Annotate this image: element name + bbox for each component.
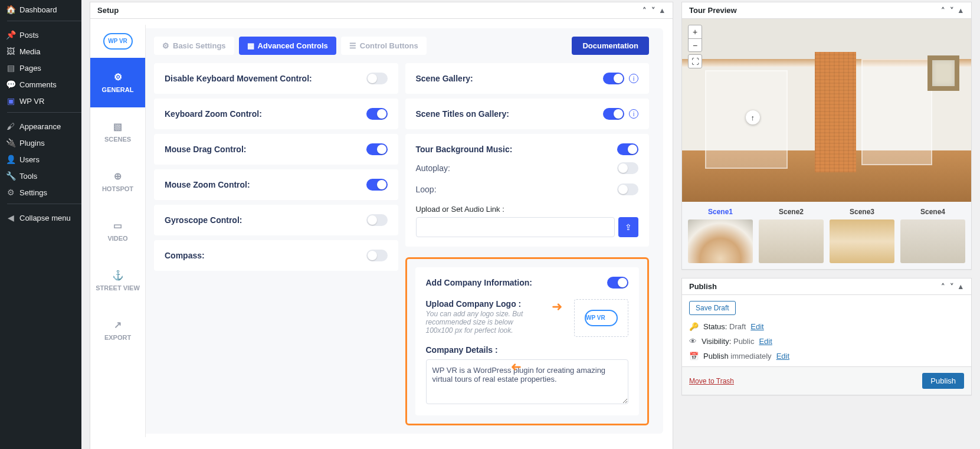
panel-down-icon[interactable]: ˅: [650, 6, 657, 15]
scene-thumb-1[interactable]: Scene1: [688, 208, 753, 263]
gear-icon: ⚙: [162, 41, 169, 50]
compass-label: Compass:: [165, 251, 205, 260]
sidebar-item-posts[interactable]: 📌Posts: [0, 27, 81, 43]
toggle-mouse-drag[interactable]: [366, 143, 388, 155]
tab-basic-settings[interactable]: ⚙Basic Settings: [154, 37, 234, 55]
info-icon[interactable]: i: [629, 109, 638, 119]
wp-admin-sidebar: 🏠Dashboard 📌Posts 🖼Media ▤Pages 💬Comment…: [0, 0, 81, 449]
toggle-scene-titles[interactable]: [603, 108, 624, 120]
video-icon: ▭: [113, 221, 123, 230]
vtab-scenes[interactable]: ▧SCENES: [90, 107, 145, 157]
mouse-zoom-label: Mouse Zoom Control:: [165, 180, 250, 189]
anchor-icon: ⚓: [113, 270, 123, 280]
vtab-general[interactable]: ⚙GENERAL: [90, 58, 145, 107]
sidebar-item-users[interactable]: 👤Users: [0, 151, 81, 168]
tour-preview-panel: Tour Preview ˄˅▴ + − ⛶ ↑ Scene1 Scene2 S…: [681, 2, 972, 270]
wpvr-logo: WP VR: [90, 25, 145, 58]
list-icon: ☰: [349, 41, 356, 50]
documentation-button[interactable]: Documentation: [572, 37, 649, 55]
toggle-compass[interactable]: [366, 250, 388, 261]
upload-audio-button[interactable]: ⇪: [618, 217, 638, 237]
scene-thumb-4[interactable]: Scene4: [900, 208, 965, 263]
edit-schedule-link[interactable]: Edit: [776, 352, 789, 360]
preview-zoom-controls: + −: [688, 25, 702, 52]
sidebar-item-wpvr[interactable]: ▣WP VR: [0, 93, 81, 109]
panel-up-icon[interactable]: ˄: [641, 6, 648, 15]
sidebar-item-dashboard[interactable]: 🏠Dashboard: [0, 1, 81, 18]
sidebar-item-plugins[interactable]: 🔌Plugins: [0, 135, 81, 151]
move-to-trash-link[interactable]: Move to Trash: [689, 377, 734, 385]
tab-advanced-controls[interactable]: ▦Advanced Controls: [239, 37, 336, 55]
vtab-streetview[interactable]: ⚓STREET VIEW: [90, 256, 145, 306]
pin-icon: 📌: [6, 30, 15, 40]
sidebar-item-appearance[interactable]: 🖌Appearance: [0, 118, 81, 135]
sidebar-item-tools[interactable]: 🔧Tools: [0, 168, 81, 184]
save-draft-button[interactable]: Save Draft: [689, 301, 736, 315]
zoom-in-button[interactable]: +: [689, 25, 702, 38]
nav-hotspot[interactable]: ↑: [746, 110, 760, 124]
panel-down-icon[interactable]: ˅: [949, 6, 955, 15]
toggle-scene-gallery[interactable]: [603, 73, 624, 84]
tools-icon: 🔧: [6, 171, 15, 181]
wall-art: [927, 55, 959, 91]
sidebar-item-collapse[interactable]: ◀Collapse menu: [0, 209, 81, 226]
scene-gallery-label: Scene Gallery:: [416, 74, 473, 83]
logo-dropzone[interactable]: WP VR: [574, 299, 628, 337]
edit-visibility-link[interactable]: Edit: [759, 337, 772, 346]
toggle-disable-kb[interactable]: [366, 73, 388, 84]
publish-title: Publish: [689, 282, 717, 291]
company-details-label: Company Details :: [426, 345, 498, 355]
sidebar-item-settings[interactable]: ⚙Settings: [0, 184, 81, 201]
toggle-kb-zoom[interactable]: [366, 108, 388, 120]
sidebar-item-media[interactable]: 🖼Media: [0, 43, 81, 60]
disable-kb-label: Disable Keyboard Movement Control:: [165, 74, 312, 83]
tab-control-buttons[interactable]: ☰Control Buttons: [341, 37, 427, 55]
plugins-icon: 🔌: [6, 138, 15, 148]
toggle-loop[interactable]: [617, 183, 638, 195]
scene-thumb-3[interactable]: Scene3: [830, 208, 894, 263]
toggle-mouse-zoom[interactable]: [366, 179, 388, 191]
panel-up-icon[interactable]: ˄: [940, 282, 946, 291]
tour-preview-title: Tour Preview: [689, 6, 737, 15]
arrow-left-icon: ➜: [511, 359, 522, 375]
publish-button[interactable]: Publish: [922, 373, 964, 389]
panel-toggle-icon[interactable]: ▴: [659, 6, 666, 15]
vtab-export[interactable]: ↗EXPORT: [90, 306, 145, 355]
audio-link-input[interactable]: [416, 217, 615, 237]
panel-up-icon[interactable]: ˄: [940, 6, 946, 15]
sidebar-item-comments[interactable]: 💬Comments: [0, 76, 81, 93]
panel-down-icon[interactable]: ˅: [949, 282, 955, 291]
sidebar-item-pages[interactable]: ▤Pages: [0, 60, 81, 76]
brick-pillar: [815, 52, 856, 173]
mouse-drag-label: Mouse Drag Control:: [165, 145, 246, 154]
publish-panel: Publish ˄˅▴ Save Draft 🔑Status: Draft Ed…: [681, 278, 972, 395]
comments-icon: 💬: [6, 80, 15, 89]
toggle-autoplay[interactable]: [617, 162, 638, 174]
users-icon: 👤: [6, 155, 15, 164]
bg-music-label: Tour Background Music:: [416, 145, 513, 154]
edit-status-link[interactable]: Edit: [750, 322, 763, 331]
export-icon: ↗: [113, 320, 123, 329]
preview-viewport[interactable]: + − ⛶ ↑: [682, 19, 971, 202]
panel-toggle-icon[interactable]: ▴: [958, 6, 964, 15]
vtab-video[interactable]: ▭VIDEO: [90, 207, 145, 256]
toggle-bg-music[interactable]: [617, 143, 638, 155]
hotspot-icon: ⊕: [113, 171, 123, 181]
dashboard-icon: 🏠: [6, 5, 15, 14]
zoom-out-button[interactable]: −: [689, 38, 702, 51]
toggle-add-company[interactable]: [607, 277, 628, 289]
grid-icon: ▦: [247, 41, 254, 50]
fullscreen-button[interactable]: ⛶: [688, 54, 702, 68]
room-door-right: [861, 59, 932, 165]
key-icon: 🔑: [689, 322, 699, 331]
setup-panel: Setup ˄ ˅ ▴ WP VR ⚙GENERAL ▧SCENES ⊕HOTS…: [90, 2, 673, 449]
settings-icon: ⚙: [6, 188, 15, 197]
toggle-gyro[interactable]: [366, 214, 388, 226]
panel-toggle-icon[interactable]: ▴: [958, 282, 964, 291]
media-icon: 🖼: [6, 47, 15, 56]
add-company-label: Add Company Information:: [426, 278, 532, 287]
company-details-textarea[interactable]: [426, 359, 629, 404]
info-icon[interactable]: i: [629, 74, 638, 83]
vtab-hotspot[interactable]: ⊕HOTSPOT: [90, 157, 145, 207]
scene-thumb-2[interactable]: Scene2: [759, 208, 824, 263]
